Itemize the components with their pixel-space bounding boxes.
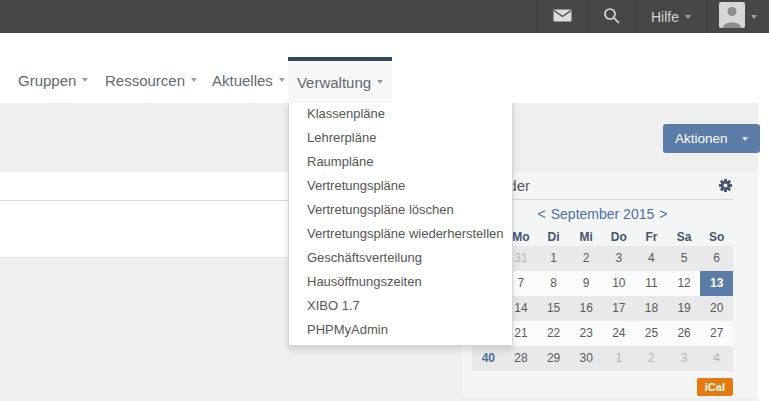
chevron-down-icon bbox=[751, 15, 757, 19]
mail-button[interactable] bbox=[537, 0, 587, 33]
dropdown-item[interactable]: Raumpläne bbox=[289, 150, 512, 174]
calendar-day[interactable]: 3 bbox=[603, 246, 636, 271]
dropdown-item[interactable]: Vertretungspläne wiederherstellen bbox=[289, 222, 512, 246]
calendar-day[interactable]: 15 bbox=[537, 296, 570, 321]
chevron-down-icon bbox=[279, 78, 285, 82]
calendar-week-number: 40 bbox=[472, 346, 505, 371]
weekday-header: Do bbox=[603, 228, 636, 246]
nav-item-label: Ressourcen bbox=[105, 72, 185, 89]
calendar-day[interactable]: 30 bbox=[570, 346, 603, 371]
dropdown-item[interactable]: Hausöffnungszeiten bbox=[289, 270, 512, 294]
dropdown-item[interactable]: PHPMyAdmin bbox=[289, 318, 512, 342]
help-label: Hilfe bbox=[651, 9, 679, 25]
nav-item-gruppen[interactable]: Gruppen bbox=[18, 70, 88, 90]
chevron-down-icon bbox=[742, 137, 748, 141]
chevron-down-icon bbox=[685, 15, 691, 19]
calendar-day[interactable]: 20 bbox=[700, 296, 733, 321]
calendar-day[interactable]: 29 bbox=[537, 346, 570, 371]
calendar-day[interactable]: 16 bbox=[570, 296, 603, 321]
weekday-header: Di bbox=[537, 228, 570, 246]
dropdown-item[interactable]: Klassenpläne bbox=[289, 102, 512, 126]
weekday-header: Mi bbox=[570, 228, 603, 246]
dropdown-item[interactable]: Geschäftsverteilung bbox=[289, 246, 512, 270]
aktionen-label: Aktionen bbox=[675, 131, 728, 146]
verwaltung-dropdown: KlassenpläneLehrerpläneRaumpläneVertretu… bbox=[288, 99, 513, 346]
next-month-button[interactable]: > bbox=[659, 206, 667, 222]
nav-item-label: Aktuelles bbox=[212, 72, 273, 89]
search-button[interactable] bbox=[587, 0, 635, 33]
nav-item-ressourcen[interactable]: Ressourcen bbox=[105, 70, 197, 90]
weekday-header: So bbox=[700, 228, 733, 246]
calendar-day[interactable]: 18 bbox=[635, 296, 668, 321]
calendar-day[interactable]: 8 bbox=[537, 271, 570, 296]
calendar-day[interactable]: 11 bbox=[635, 271, 668, 296]
main-nav: GruppenRessourcenAktuellesVerwaltung bbox=[0, 33, 769, 103]
calendar-day[interactable]: 24 bbox=[603, 321, 636, 346]
calendar-day[interactable]: 3 bbox=[668, 346, 701, 371]
aktionen-button[interactable]: Aktionen bbox=[663, 124, 760, 153]
calendar-day[interactable]: 5 bbox=[668, 246, 701, 271]
calendar-day[interactable]: 1 bbox=[537, 246, 570, 271]
help-menu[interactable]: Hilfe bbox=[635, 0, 706, 33]
dropdown-item[interactable]: Vertretungspläne bbox=[289, 174, 512, 198]
calendar-day[interactable]: 17 bbox=[603, 296, 636, 321]
mail-icon bbox=[553, 9, 572, 25]
calendar-day[interactable]: 26 bbox=[668, 321, 701, 346]
chevron-down-icon bbox=[377, 80, 383, 84]
search-icon bbox=[603, 7, 620, 27]
topbar: Hilfe bbox=[0, 0, 769, 33]
month-label: September 2015 bbox=[551, 206, 655, 222]
calendar-day[interactable]: 6 bbox=[700, 246, 733, 271]
weekday-header: Fr bbox=[635, 228, 668, 246]
dropdown-item[interactable]: XIBO 1.7 bbox=[289, 294, 512, 318]
calendar-day[interactable]: 28 bbox=[505, 346, 538, 371]
user-menu[interactable] bbox=[706, 0, 769, 33]
dropdown-item[interactable]: Lehrerpläne bbox=[289, 126, 512, 150]
calendar-week-row: 402829301234 bbox=[472, 346, 733, 371]
calendar-day[interactable]: 4 bbox=[700, 346, 733, 371]
calendar-day[interactable]: 27 bbox=[700, 321, 733, 346]
nav-item-label: Verwaltung bbox=[297, 74, 371, 91]
chevron-down-icon bbox=[191, 78, 197, 82]
calendar-day[interactable]: 10 bbox=[603, 271, 636, 296]
calendar-day[interactable]: 12 bbox=[668, 271, 701, 296]
calendar-day[interactable]: 2 bbox=[635, 346, 668, 371]
user-avatar bbox=[719, 2, 745, 31]
ical-button[interactable]: iCal bbox=[697, 378, 733, 396]
calendar-day[interactable]: 13 bbox=[700, 271, 733, 296]
dropdown-item[interactable]: Vertretungspläne löschen bbox=[289, 198, 512, 222]
weekday-header: Sa bbox=[668, 228, 701, 246]
prev-month-button[interactable]: < bbox=[538, 206, 546, 222]
gear-icon[interactable] bbox=[718, 178, 733, 193]
nav-item-aktuelles[interactable]: Aktuelles bbox=[212, 70, 285, 90]
nav-item-verwaltung[interactable]: Verwaltung bbox=[288, 57, 392, 103]
page: Hilfe GruppenRessourcenAktuellesVerwaltu… bbox=[0, 0, 769, 401]
calendar-day[interactable]: 22 bbox=[537, 321, 570, 346]
calendar-footer: iCal bbox=[472, 377, 733, 396]
calendar-day[interactable]: 1 bbox=[603, 346, 636, 371]
calendar-day[interactable]: 19 bbox=[668, 296, 701, 321]
calendar-day[interactable]: 2 bbox=[570, 246, 603, 271]
calendar-day[interactable]: 4 bbox=[635, 246, 668, 271]
calendar-day[interactable]: 9 bbox=[570, 271, 603, 296]
chevron-down-icon bbox=[82, 78, 88, 82]
nav-item-label: Gruppen bbox=[18, 72, 76, 89]
calendar-day[interactable]: 25 bbox=[635, 321, 668, 346]
calendar-day[interactable]: 23 bbox=[570, 321, 603, 346]
